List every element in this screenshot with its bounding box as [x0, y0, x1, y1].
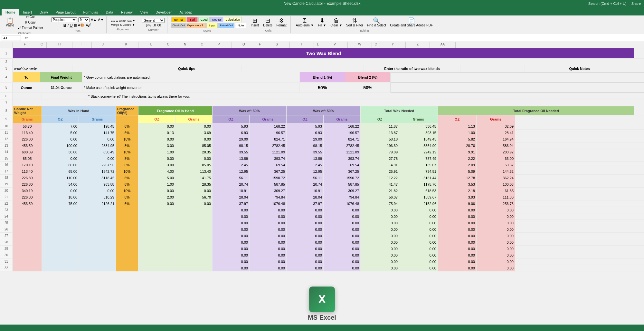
formula-input[interactable]	[29, 36, 642, 40]
cell-r24-c12[interactable]: 0.00	[438, 213, 477, 220]
cell-r30-c8[interactable]: 0.00	[287, 252, 324, 258]
blend1-value[interactable]: 50%	[300, 83, 345, 92]
cell-r29-c4[interactable]	[138, 246, 175, 252]
cell-r27-c11[interactable]: 0.00	[399, 233, 438, 239]
cell-r23-c2[interactable]	[79, 207, 116, 213]
cell-r11-c0[interactable]: 113.40	[13, 130, 42, 136]
neutral-style[interactable]: Neutral	[210, 17, 223, 22]
cell-r32-c10[interactable]: 0.00	[361, 265, 399, 271]
cell-r16-c7[interactable]: 69.54	[250, 162, 287, 168]
cell-r29-c5[interactable]	[175, 246, 213, 252]
italic-button[interactable]: I	[67, 23, 69, 28]
cell-r28-c0[interactable]	[13, 239, 42, 246]
cell-r23-c13[interactable]: 0.00	[477, 207, 515, 213]
cell-r21-c13[interactable]: 111.30	[477, 194, 515, 200]
delete-cells-button[interactable]: ⊟ Delete	[262, 17, 274, 28]
cell-r14-c4[interactable]: 1.00	[138, 149, 175, 155]
cell-r19-c4[interactable]: 1.00	[138, 181, 175, 188]
col-header-Z[interactable]: Z	[406, 42, 430, 48]
cell-r19-c12[interactable]: 3.53	[438, 181, 477, 188]
cell-r22-c4[interactable]: 0.00	[138, 200, 175, 207]
cell-r10-c9[interactable]: 168.22	[324, 123, 361, 130]
cell-r13-c0[interactable]: 453.59	[13, 142, 42, 149]
cell-r28-c10[interactable]: 0.00	[361, 239, 399, 246]
cell-r27-c0[interactable]	[13, 233, 42, 239]
cell-r22-c6[interactable]: 37.97	[213, 200, 250, 207]
cell-r22-c5[interactable]: 0.00	[175, 200, 213, 207]
cell-r26-c5[interactable]	[175, 226, 213, 233]
final-weight-label[interactable]: Final Weight	[40, 72, 83, 82]
cell-r29-c3[interactable]	[116, 246, 138, 252]
cell-r18-c7[interactable]: 1590.72	[250, 175, 287, 181]
to-label[interactable]: To	[13, 72, 40, 82]
check-cell-style[interactable]: Check Cell	[171, 23, 186, 28]
cell-r13-c13[interactable]: 586.94	[477, 142, 515, 149]
cell-r10-c12[interactable]: 1.13	[438, 123, 477, 130]
cell-r24-c4[interactable]	[138, 213, 175, 220]
col-header-C3[interactable]: C	[198, 42, 206, 48]
cell-r13-c12[interactable]: 20.70	[438, 142, 477, 149]
cell-r12-c5[interactable]: 0.00	[175, 136, 213, 142]
cell-r16-c4[interactable]: 3.00	[138, 162, 175, 168]
cell-r22-c10[interactable]: 75.94	[361, 200, 399, 207]
cell-r30-c12[interactable]: 0.00	[438, 252, 477, 258]
cell-r15-c13[interactable]: 63.00	[477, 155, 515, 162]
col-header-L2[interactable]: L	[314, 42, 322, 48]
cell-r14-c5[interactable]: 28.35	[175, 149, 213, 155]
cell-r22-c11[interactable]: 2152.96	[399, 200, 438, 207]
cell-r13-c11[interactable]: 5564.90	[399, 142, 438, 149]
share-button[interactable]: Share	[631, 2, 641, 5]
cell-r31-c2[interactable]	[79, 258, 116, 265]
cell-r24-c3[interactable]	[116, 213, 138, 220]
cell-r22-c2[interactable]: 2126.21	[79, 200, 116, 207]
cell-r12-c4[interactable]: 0.00	[138, 136, 175, 142]
cell-r18-c13[interactable]: 362.24	[477, 175, 515, 181]
fill-color-button[interactable]: A🎨	[78, 23, 85, 27]
cell-r29-c6[interactable]: 0.00	[213, 246, 250, 252]
cell-r16-c0[interactable]: 170.10	[13, 162, 42, 168]
col-header-J[interactable]: J	[92, 42, 114, 48]
cell-r16-c12[interactable]: 2.09	[438, 162, 477, 168]
cell-r28-c8[interactable]: 0.00	[287, 239, 324, 246]
cell-r13-c2[interactable]: 2834.95	[79, 142, 116, 149]
cell-r17-c13[interactable]: 144.32	[477, 168, 515, 175]
cell-r20-c10[interactable]: 21.82	[361, 188, 399, 194]
cell-r20-c9[interactable]: 309.27	[324, 188, 361, 194]
cell-r31-c4[interactable]	[138, 258, 175, 265]
cell-r27-c5[interactable]	[175, 233, 213, 239]
cell-r24-c11[interactable]: 0.00	[399, 213, 438, 220]
cell-r32-c9[interactable]: 0.00	[324, 265, 361, 271]
cell-r26-c7[interactable]: 0.00	[250, 226, 287, 233]
cell-r32-c8[interactable]: 0.00	[287, 265, 324, 271]
cell-r13-c4[interactable]: 3.00	[138, 142, 175, 149]
cell-r30-c0[interactable]	[13, 252, 42, 258]
cell-r25-c12[interactable]: 0.00	[438, 220, 477, 226]
col-header-Q[interactable]: Q	[232, 42, 256, 48]
align-left-button[interactable]: ≡	[110, 19, 112, 23]
col-header-C2[interactable]: C	[164, 42, 172, 48]
col-header-T[interactable]: T	[290, 42, 314, 48]
cell-r26-c10[interactable]: 0.00	[361, 226, 399, 233]
cell-r15-c9[interactable]: 393.74	[324, 155, 361, 162]
percent-button[interactable]: %	[148, 24, 151, 27]
cell-r16-c2[interactable]: 2267.96	[79, 162, 116, 168]
paste-button[interactable]: 📋 Paste	[4, 17, 16, 28]
find-select-button[interactable]: 🔍 Find & Select	[366, 17, 387, 28]
cell-r31-c7[interactable]: 0.00	[250, 258, 287, 265]
font-family-select[interactable]: Poppins	[51, 17, 77, 22]
cell-r31-c9[interactable]: 0.00	[324, 258, 361, 265]
cell-r23-c3[interactable]	[116, 207, 138, 213]
number-format-select[interactable]: General	[142, 18, 165, 23]
cell-r24-c2[interactable]	[79, 213, 116, 220]
cell-r22-c8[interactable]: 37.97	[287, 200, 324, 207]
cell-r28-c12[interactable]: 0.00	[438, 239, 477, 246]
cell-r31-c12[interactable]: 0.00	[438, 258, 477, 265]
cell-r31-c0[interactable]	[13, 258, 42, 265]
cell-r11-c7[interactable]: 196.57	[250, 130, 287, 136]
cell-r28-c3[interactable]	[116, 239, 138, 246]
cell-r20-c7[interactable]: 309.27	[250, 188, 287, 194]
cell-r12-c3[interactable]: 10%	[116, 136, 138, 142]
cell-r29-c1[interactable]	[42, 246, 79, 252]
cell-r25-c5[interactable]	[175, 220, 213, 226]
col-header-S[interactable]: S	[264, 42, 290, 48]
